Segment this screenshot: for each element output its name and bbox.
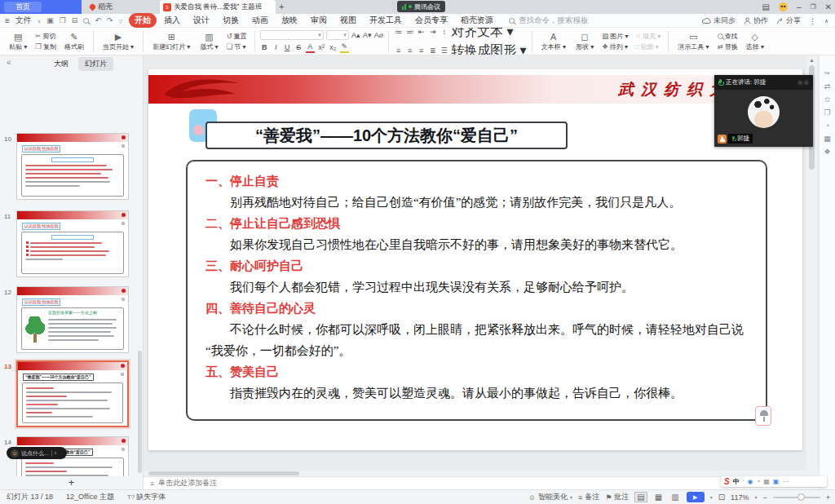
clear-format-button[interactable]: A⌀ — [374, 30, 383, 40]
lamp-icon[interactable] — [755, 406, 771, 426]
history-icon[interactable]: ◔ — [825, 122, 829, 130]
grow-font-button[interactable]: A▴ — [351, 30, 360, 40]
ime-toolbar[interactable]: S 中 ’ ◉ ◔ ▦ ▣ ⋯ — [721, 476, 827, 487]
bold-button[interactable]: B — [260, 42, 269, 52]
share-button[interactable]: 分享 — [776, 15, 801, 26]
menu-tab-开发工具[interactable]: 开发工具 — [364, 13, 408, 28]
align-text-button[interactable]: 对齐文本 ▾ — [451, 28, 513, 41]
account-avatar-icon[interactable] — [779, 2, 788, 11]
decrease-indent-button[interactable]: ⇤ — [417, 28, 426, 37]
slide-thumbnail-13[interactable]: 13 “善爱我”——10个方法教你“爱自己” — [0, 360, 144, 427]
meeting-overlay[interactable]: 正在讲话: 郭捷 ▲▲ 郭捷 — [714, 75, 813, 147]
line-spacing-button[interactable]: ↕ — [440, 28, 448, 37]
highlight-button[interactable]: ✎ — [340, 42, 349, 53]
slide-content-box[interactable]: 一、停止自责别再残酷地对待自己；给自己创造“有价值”的感觉；请别故作完美，我们只… — [186, 160, 767, 421]
play-options-caret-icon[interactable]: ▾ — [710, 494, 713, 500]
ime-skin-icon[interactable]: ▣ — [773, 478, 780, 485]
sidebar-scrollbar[interactable] — [138, 351, 142, 473]
decorate-icon[interactable]: ❖ — [824, 148, 830, 156]
smart-beautify-button[interactable]: ☺ 智能美化 ▾ — [528, 492, 572, 502]
slide-canvas[interactable]: 武汉纺织大学 “善爱我”——10个方法教你“爱自己” 一、停止自责别再残酷地对待… — [148, 69, 802, 450]
save-icon[interactable]: ▣ — [46, 16, 54, 24]
horizontal-scroll-thumb[interactable] — [148, 471, 299, 475]
collapse-panel-button[interactable]: « — [7, 58, 11, 67]
slide-sorter-view-button[interactable]: ▦ — [653, 493, 664, 502]
italic-button[interactable]: I — [272, 42, 281, 52]
export-icon[interactable]: ❐ — [60, 16, 66, 24]
tab-docer[interactable]: 稻壳 — [90, 0, 113, 14]
menu-tab-稻壳资源[interactable]: 稻壳资源 — [455, 13, 499, 28]
notes-bar[interactable]: ≡ 单击此处添加备注 — [144, 476, 819, 489]
tab-home-label[interactable]: 首页 — [4, 2, 42, 12]
格式刷-button[interactable]: ✎格式刷 — [60, 29, 88, 54]
duplicate-panel-icon[interactable]: ❐ — [824, 109, 830, 117]
menu-tab-审阅[interactable]: 审阅 — [305, 13, 333, 28]
print-icon[interactable]: ⊟ — [72, 16, 78, 24]
文本框-button[interactable]: A文本框 ▾ — [537, 29, 570, 54]
slide-title-box[interactable]: “善爱我”——10个方法教你“爱自己” — [205, 122, 568, 149]
command-search[interactable]: 查找命令，搜索模板 — [509, 15, 589, 26]
shrink-font-button[interactable]: A▾ — [363, 30, 372, 40]
节-button[interactable]: ❏节 ▾ — [224, 42, 250, 51]
查找-button[interactable]: 查找 — [715, 32, 740, 41]
版式-button[interactable]: ▥版式 ▾ — [196, 29, 222, 54]
menu-tab-视图[interactable]: 视图 — [334, 13, 362, 28]
zoom-level[interactable]: 117% — [731, 493, 749, 502]
演示工具-button[interactable]: ▭演示工具 ▾ — [674, 29, 713, 54]
替换-button[interactable]: ⇄替换 — [715, 42, 740, 51]
reading-view-button[interactable]: ▥ — [669, 493, 680, 502]
collapse-ribbon-icon[interactable]: ∧ — [824, 18, 828, 24]
justify-button[interactable]: ≣ — [428, 46, 437, 55]
font-size-select[interactable]: ▾ — [326, 30, 349, 40]
ime-voice-icon[interactable]: ◔ — [756, 478, 760, 485]
minimize-button[interactable]: – — [797, 2, 802, 11]
menu-tab-开始[interactable]: 开始 — [129, 13, 157, 28]
reading-layout-icon[interactable]: ▤ — [762, 2, 769, 11]
tab-slides[interactable]: 幻灯片 — [78, 57, 113, 71]
复制-button[interactable]: ❐复制 — [33, 42, 59, 51]
design-tools-icon[interactable]: ✑ — [824, 70, 831, 77]
menu-tab-会员专享[interactable]: 会员专享 — [409, 13, 453, 28]
horizontal-scrollbar[interactable] — [144, 471, 819, 476]
underline-button[interactable]: U — [283, 42, 292, 52]
font-family-select[interactable]: ▾ — [260, 30, 324, 40]
hamburger-icon[interactable]: ≡ — [5, 16, 10, 25]
animation-icon[interactable]: ✩ — [824, 96, 831, 104]
ime-punctuation-icon[interactable]: ’ — [743, 478, 744, 485]
图片-button[interactable]: ▧图片 ▾ — [599, 32, 630, 41]
tab-home[interactable]: 首页 — [0, 0, 82, 14]
comments-button[interactable]: ⚑ 批注 — [605, 492, 629, 502]
transition-icon[interactable]: ⇄ — [824, 83, 831, 91]
menu-tab-设计[interactable]: 设计 — [188, 13, 215, 28]
sync-status-button[interactable]: 未同步 — [702, 15, 736, 26]
redo-icon[interactable]: ↷ — [107, 16, 113, 24]
distribute-button[interactable]: ☰ — [440, 46, 448, 55]
new-tab-button[interactable]: + — [279, 2, 284, 11]
close-button[interactable]: ✕ — [825, 2, 832, 11]
剪切-button[interactable]: ✂剪切 — [33, 32, 59, 41]
more-options-icon[interactable]: ⋮ — [809, 17, 816, 25]
insert-image-panel-icon[interactable]: ▦ — [824, 135, 831, 143]
superscript-button[interactable]: x² — [317, 42, 326, 52]
slide-thumbnail-10[interactable]: 10 认识自我 悦纳自我 — [0, 133, 144, 200]
convert-to-graphic-button[interactable]: 转换成图形 ▾ — [451, 42, 526, 56]
font-color-button[interactable]: A — [306, 42, 315, 53]
chat-input-placeholder[interactable]: 说点什么... — [21, 449, 49, 458]
slide-thumbnail-12[interactable]: 12 认识自我 悦纳自我 自我价值探索——生命之树 — [0, 286, 144, 353]
meeting-chat-pill[interactable]: ☺ 说点什么... ‹ — [7, 447, 67, 459]
menu-tab-动画[interactable]: 动画 — [246, 13, 274, 28]
missing-font-warning[interactable]: T? 缺失字体 — [127, 492, 166, 502]
形状-button[interactable]: ◻形状 ▾ — [572, 29, 598, 54]
undo-icon[interactable]: ↶ — [95, 16, 101, 24]
ime-more-icon[interactable]: ⋯ — [782, 478, 789, 485]
ime-logo-icon[interactable]: S — [724, 477, 730, 486]
file-menu[interactable]: 文件 — [15, 15, 32, 26]
theme-name[interactable]: 12_Office 主题 — [66, 492, 114, 502]
normal-view-button[interactable]: ▤ — [634, 492, 647, 502]
collaborate-button[interactable]: 协作 — [744, 15, 768, 26]
print-preview-icon[interactable] — [83, 18, 89, 24]
zoom-slider[interactable] — [773, 497, 820, 498]
subscript-button[interactable]: x₂ — [329, 42, 338, 52]
tab-document[interactable]: ≡ 关爱自我 善待...爱我” 主题班 — [160, 0, 276, 14]
zoom-out-button[interactable]: − — [762, 493, 767, 502]
